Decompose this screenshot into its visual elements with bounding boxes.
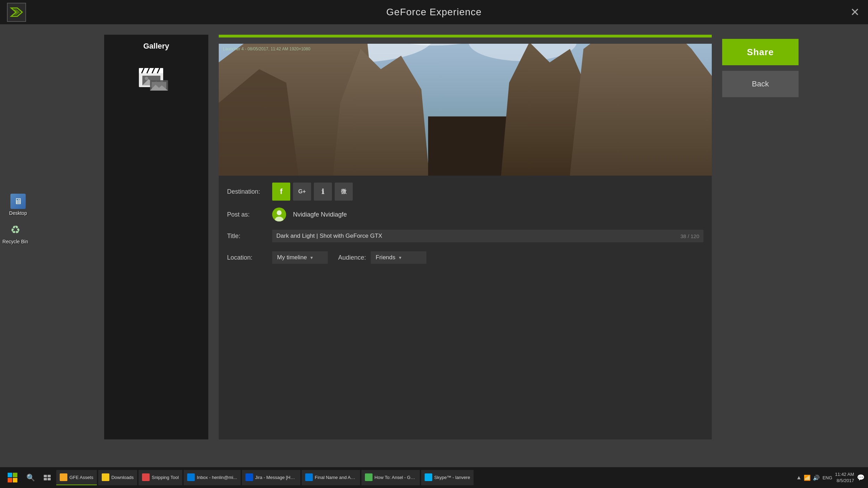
taskbar-gfe-assets-label: GFE Assets xyxy=(69,475,93,480)
desktop-folder-icon: 🖥 xyxy=(10,194,26,209)
taskbar-how-to-icon xyxy=(365,473,373,481)
taskbar-search-button[interactable]: 🔍 xyxy=(23,470,38,485)
location-audience-row: Location: My timeline ▾ Audience: Friend… xyxy=(227,250,703,265)
taskbar-downloads-icon xyxy=(102,473,109,481)
gallery-title: Gallery xyxy=(143,42,169,51)
svg-rect-40 xyxy=(48,475,51,477)
desktop-icon-desktop[interactable]: 🖥 Desktop xyxy=(4,194,32,216)
recycle-bin-icon: ♻ xyxy=(8,222,23,237)
user-avatar xyxy=(272,208,286,221)
share-button[interactable]: Share xyxy=(722,39,799,65)
audience-select[interactable]: Friends ▾ xyxy=(371,251,426,264)
taskbar-item-snipping-tool[interactable]: Snipping Tool xyxy=(139,470,182,485)
desktop-icon-recycle-bin[interactable]: ♻ Recycle Bin xyxy=(1,222,29,244)
title-input[interactable]: Dark and Light | Shot with GeForce GTX 3… xyxy=(272,230,703,242)
recycle-bin-label: Recycle Bin xyxy=(2,239,28,244)
taskbar-item-downloads[interactable]: Downloads xyxy=(98,470,137,485)
main-panel: Launcher 4 - 08/05/2017, 11:42 AM 1920×1… xyxy=(219,35,712,439)
svg-point-10 xyxy=(145,77,148,80)
progress-bar-container xyxy=(219,35,712,37)
svg-rect-37 xyxy=(8,478,12,482)
destination-row: Destination: f G+ ℹ 微 xyxy=(227,183,703,201)
taskbar-final-name-label: Final Name and As... xyxy=(315,475,357,480)
destination-nvidia-button[interactable]: ℹ xyxy=(314,183,332,201)
location-value: My timeline xyxy=(277,254,307,261)
taskbar-item-final-name[interactable]: Final Name and As... xyxy=(302,470,360,485)
taskbar-inbox-label: Inbox - henlin@mi... xyxy=(197,475,237,480)
screenshot-area: Launcher 4 - 08/05/2017, 11:42 AM 1920×1… xyxy=(219,44,712,176)
destination-facebook-button[interactable]: f xyxy=(272,183,290,201)
progress-bar-fill xyxy=(219,35,712,37)
app-title: GeForce Experience xyxy=(386,7,482,18)
network-icon: 📶 xyxy=(804,474,811,481)
svg-rect-39 xyxy=(44,475,47,477)
taskbar-skype-icon xyxy=(425,473,432,481)
audience-value: Friends xyxy=(376,254,395,261)
taskbar-gfe-assets-icon xyxy=(60,473,67,481)
taskbar-snipping-icon xyxy=(142,473,150,481)
taskbar-downloads-label: Downloads xyxy=(111,475,134,480)
search-icon: 🔍 xyxy=(26,473,35,482)
audience-dropdown-arrow: ▾ xyxy=(399,255,401,260)
taskbar-jira-icon xyxy=(245,473,253,481)
start-button[interactable] xyxy=(3,470,22,485)
svg-rect-42 xyxy=(48,478,51,480)
share-form: Destination: f G+ ℹ 微 Post as: xyxy=(219,176,712,439)
volume-icon: 🔊 xyxy=(813,474,820,481)
post-as-row: Post as: Nvidiagfe Nvidiagfe xyxy=(227,207,703,222)
title-bar: GeForce Experience ✕ xyxy=(0,0,868,24)
taskbar-date-display: 8/5/2017 xyxy=(836,478,854,484)
post-as-value: Nvidiagfe Nvidiagfe xyxy=(272,208,347,221)
taskbar-item-skype[interactable]: Skype™ - lanvere xyxy=(421,470,474,485)
app-logo xyxy=(7,3,26,22)
taskbar-item-how-to[interactable]: How To: Ansel - Go... xyxy=(361,470,420,485)
screenshot-label: Launcher 4 - 08/05/2017, 11:42 AM 1920×1… xyxy=(223,47,310,51)
taskbar-item-inbox[interactable]: Inbox - henlin@mi... xyxy=(184,470,241,485)
back-button[interactable]: Back xyxy=(722,71,799,97)
svg-rect-41 xyxy=(44,478,47,480)
taskbar-final-name-icon xyxy=(305,473,313,481)
destination-buttons: f G+ ℹ 微 xyxy=(272,183,353,201)
taskbar-time-display: 11:42 AM xyxy=(835,471,854,478)
desktop-area: 🖥 Desktop ♻ Recycle Bin Gallery xyxy=(0,24,868,467)
svg-point-33 xyxy=(277,210,282,215)
taskbar-jira-label: Jira - Message [HTM... xyxy=(255,475,297,480)
title-row: Title: Dark and Light | Shot with GeForc… xyxy=(227,228,703,244)
gallery-panel: Gallery xyxy=(104,35,208,439)
title-field-label: Title: xyxy=(227,233,272,240)
svg-rect-38 xyxy=(13,478,17,482)
destination-google-button[interactable]: G+ xyxy=(293,183,311,201)
audience-label: Audience: xyxy=(338,254,366,261)
action-center-icon[interactable]: 💬 xyxy=(857,474,865,481)
taskbar-inbox-icon xyxy=(187,473,195,481)
tray-chevron-icon[interactable]: ▲ xyxy=(796,474,802,481)
close-button[interactable]: ✕ xyxy=(850,7,860,18)
title-value: Dark and Light | Shot with GeForce GTX xyxy=(276,233,382,239)
destination-label: Destination: xyxy=(227,188,272,195)
destination-weibo-button[interactable]: 微 xyxy=(335,183,353,201)
right-panel: Share Back xyxy=(722,35,799,439)
svg-rect-36 xyxy=(13,473,17,477)
screenshot-image xyxy=(219,44,712,176)
taskbar-clock[interactable]: 11:42 AM 8/5/2017 xyxy=(835,471,854,484)
desktop-icon-label: Desktop xyxy=(9,210,27,216)
system-tray-icons: ▲ 📶 🔊 xyxy=(796,474,820,481)
svg-rect-23 xyxy=(428,116,509,176)
taskbar-right-section: ▲ 📶 🔊 ENG 11:42 AM 8/5/2017 💬 xyxy=(796,471,865,484)
svg-rect-35 xyxy=(8,473,12,477)
app-main-content: Gallery xyxy=(104,35,799,439)
location-select[interactable]: My timeline ▾ xyxy=(272,251,328,264)
post-as-name: Nvidiagfe Nvidiagfe xyxy=(293,211,347,218)
location-label: Location: xyxy=(227,254,272,261)
taskbar-snipping-label: Snipping Tool xyxy=(152,475,179,480)
post-as-label: Post as: xyxy=(227,211,272,218)
location-dropdown-arrow: ▾ xyxy=(310,255,313,260)
taskbar: 🔍 GFE Assets Downloads Snipping Tool Inb… xyxy=(0,467,868,488)
gallery-media-icon xyxy=(135,61,177,96)
taskbar-item-jira[interactable]: Jira - Message [HTM... xyxy=(242,470,300,485)
svg-marker-25 xyxy=(563,44,712,176)
taskbar-how-to-label: How To: Ansel - Go... xyxy=(375,475,416,480)
taskbar-task-view-button[interactable] xyxy=(40,470,55,485)
title-char-count: 38 / 120 xyxy=(681,233,699,239)
taskbar-item-gfe-assets[interactable]: GFE Assets xyxy=(56,470,97,485)
